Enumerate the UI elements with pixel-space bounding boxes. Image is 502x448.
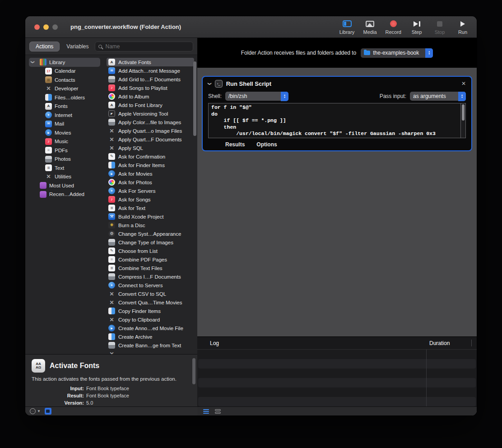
sidebar-item-music[interactable]: Music xyxy=(29,137,100,146)
action-row-add-attach-ront-message[interactable]: Add Attach…ront Message xyxy=(107,66,194,75)
action-row-activate-fonts[interactable]: Activate Fonts xyxy=(107,58,194,66)
sidebar-item-pdfs[interactable]: PDFs xyxy=(29,146,100,155)
action-row-ask-for-servers[interactable]: Ask For Servers xyxy=(107,187,194,195)
record-toolbar-button[interactable]: Record xyxy=(386,19,401,35)
log-row xyxy=(197,369,477,378)
search-field[interactable] xyxy=(95,42,194,51)
action-menu-button[interactable]: ⋯ ▼ xyxy=(30,408,41,414)
action-row-ask-for-photos[interactable]: Ask for Photos xyxy=(107,178,194,187)
action-row-burn-a-disc[interactable]: Burn a Disc xyxy=(107,221,194,229)
action-row-change-syst-appearance[interactable]: Change Syst…Appearance xyxy=(107,229,194,238)
options-button[interactable]: Options xyxy=(256,141,277,148)
step-toolbar-button[interactable]: Step xyxy=(409,19,424,35)
media-browser-toggle[interactable] xyxy=(45,408,51,415)
folder-popup[interactable]: the-examples-book ▲▼ xyxy=(361,48,433,58)
action-label: Create Archive xyxy=(118,334,152,340)
action-label: Convert CSV to SQL xyxy=(118,291,166,297)
action-row-change-type-of-images[interactable]: Change Type of Images xyxy=(107,238,194,247)
log-view-stack-icon[interactable] xyxy=(215,409,221,414)
sidebar-item-contacts[interactable]: Contacts xyxy=(29,75,100,84)
action-row-apply-quart-o-image-files[interactable]: Apply Quart…o Image Files xyxy=(107,126,194,135)
close-window-button[interactable] xyxy=(34,24,40,30)
sidebar-item-label: Files…olders xyxy=(55,95,85,100)
action-row-add-grid-to-f-documents[interactable]: Add Grid to…F Documents xyxy=(107,75,194,84)
photo-icon xyxy=(108,119,115,126)
sidebar-item-files-olders[interactable]: Files…olders xyxy=(29,93,100,102)
info-scrollbar[interactable] xyxy=(192,358,195,384)
action-row-convert-qua-time-movies[interactable]: Convert Qua…Time Movies xyxy=(107,298,194,307)
log-view-list-icon[interactable] xyxy=(203,409,209,414)
text-icon xyxy=(108,205,115,211)
finder-icon xyxy=(108,162,115,168)
action-row-add-to-album[interactable]: Add to Album xyxy=(107,92,194,101)
action-row-ask-for-movies[interactable]: Ask for Movies xyxy=(107,169,194,178)
action-row-ask-for-text[interactable]: Ask for Text xyxy=(107,204,194,212)
sidebar-item-library[interactable]: ❯Library xyxy=(29,58,100,67)
sidebar-item-fonts[interactable]: Fonts xyxy=(29,102,100,111)
action-row-choose-from-list[interactable]: Choose from List xyxy=(107,247,194,255)
action-row-partial[interactable] xyxy=(107,350,194,354)
run-shell-script-block[interactable]: ❯ ›_ Run Shell Script ✕ Shell: /bin/zsh … xyxy=(202,76,472,151)
sidebar-item-utilities[interactable]: Utilities xyxy=(29,173,100,182)
close-block-icon[interactable]: ✕ xyxy=(461,80,466,87)
search-input[interactable] xyxy=(105,43,190,50)
action-row-copy-to-clipboard[interactable]: Copy to Clipboard xyxy=(107,315,194,324)
action-row-create-archive[interactable]: Create Archive xyxy=(107,332,194,341)
sidebar-item-label: Movies xyxy=(55,130,71,135)
sidebar-item-developer[interactable]: Developer xyxy=(29,84,100,93)
action-row-convert-csv-to-sql[interactable]: Convert CSV to SQL xyxy=(107,289,194,298)
duration-column-header[interactable]: Duration xyxy=(429,340,450,346)
sidebar-item-recen-added[interactable]: Recen…Added xyxy=(29,190,100,199)
sidebar-item-label: Utilities xyxy=(55,174,71,179)
sidebar-item-photos[interactable]: Photos xyxy=(29,155,100,164)
chevron-down-icon[interactable]: ❯ xyxy=(31,61,35,64)
library-pane: Actions Variables ❯LibraryCalendarContac… xyxy=(25,38,197,415)
disclosure-chevron-icon[interactable]: ❯ xyxy=(208,82,212,85)
pass-input-popup-value: as arguments xyxy=(413,93,455,99)
action-row-add-to-font-library[interactable]: Add to Font Library xyxy=(107,101,194,109)
shell-code[interactable]: for f in "$@" do if [[ $f == *.png ]] th… xyxy=(209,103,460,138)
log-column-header[interactable]: Log xyxy=(197,340,219,346)
tab-variables[interactable]: Variables xyxy=(66,43,88,50)
action-row-combine-pdf-pages[interactable]: Combine PDF Pages xyxy=(107,255,194,264)
run-toolbar-button[interactable]: Run xyxy=(455,19,470,35)
action-row-apply-color-file-to-images[interactable]: Apply Color…file to Images xyxy=(107,118,194,126)
block-footer: Results Options xyxy=(203,138,471,150)
zoom-window-button[interactable] xyxy=(52,24,58,30)
sidebar-item-movies[interactable]: Movies xyxy=(29,128,100,137)
sidebar-item-mail[interactable]: Mail xyxy=(29,120,100,129)
action-row-copy-finder-items[interactable]: Copy Finder Items xyxy=(107,307,194,315)
action-row-apple-versioning-tool[interactable]: Apple Versioning Tool xyxy=(107,109,194,118)
action-row-create-anno-ed-movie-file[interactable]: Create Anno…ed Movie File xyxy=(107,324,194,332)
action-row-compress-i-f-documents[interactable]: Compress I…F Documents xyxy=(107,272,194,281)
sidebar-item-text[interactable]: Text xyxy=(29,163,100,173)
action-row-add-songs-to-playlist[interactable]: Add Songs to Playlist xyxy=(107,84,194,92)
results-button[interactable]: Results xyxy=(225,141,245,148)
shell-popup[interactable]: /bin/zsh ▲▼ xyxy=(225,92,288,101)
media-toolbar-button[interactable]: Media xyxy=(363,19,378,35)
action-row-combine-text-files[interactable]: Combine Text Files xyxy=(107,264,194,272)
tab-actions[interactable]: Actions xyxy=(29,42,60,51)
action-row-ask-for-songs[interactable]: Ask for Songs xyxy=(107,195,194,204)
fonts-icon xyxy=(108,59,115,65)
script-editor[interactable]: for f in "$@" do if [[ $f == *.png ]] th… xyxy=(208,103,466,138)
action-row-ask-for-finder-items[interactable]: Ask for Finder Items xyxy=(107,161,194,169)
sidebar-item-internet[interactable]: Internet xyxy=(29,111,100,120)
sidebar-item-calendar[interactable]: Calendar xyxy=(29,67,100,76)
popup-stepper-icon: ▲▼ xyxy=(425,48,433,58)
library-toolbar-button[interactable]: Library xyxy=(339,19,355,35)
code-scrollbar[interactable] xyxy=(460,103,465,138)
sidebar-item-label: Text xyxy=(55,165,64,171)
action-row-connect-to-servers[interactable]: Connect to Servers xyxy=(107,281,194,289)
sidebar-item-most-used[interactable]: Most Used xyxy=(29,181,100,190)
action-row-apply-sql[interactable]: Apply SQL xyxy=(107,144,194,152)
minimize-window-button[interactable] xyxy=(43,24,49,30)
action-row-ask-for-confirmation[interactable]: Ask for Confirmation xyxy=(107,152,194,161)
action-label: Build Xcode Project xyxy=(118,214,163,219)
action-row-create-bann-ge-from-text[interactable]: Create Bann…ge from Text xyxy=(107,341,194,350)
action-row-apply-quart-f-documents[interactable]: Apply Quart…F Documents xyxy=(107,135,194,144)
globe-icon xyxy=(108,282,115,289)
pass-input-popup[interactable]: as arguments ▲▼ xyxy=(410,92,466,101)
action-row-build-xcode-project[interactable]: Build Xcode Project xyxy=(107,212,194,221)
actions-scrollbar[interactable] xyxy=(193,61,196,136)
